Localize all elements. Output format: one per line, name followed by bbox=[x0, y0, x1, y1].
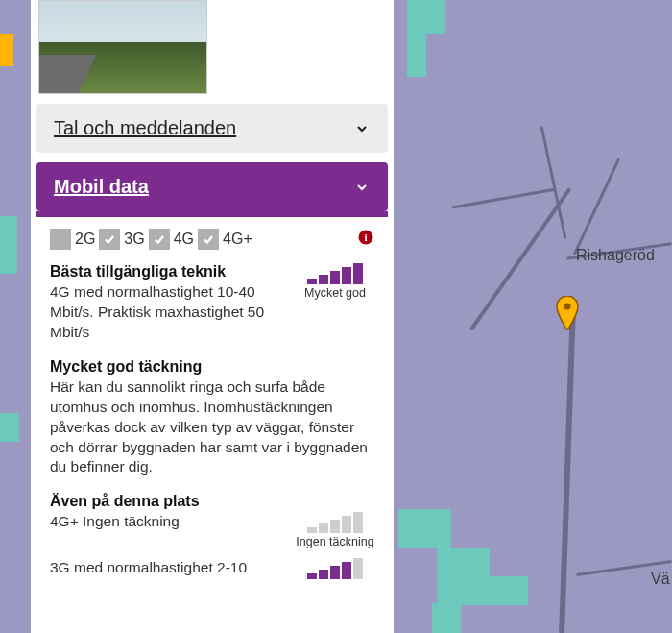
svg-point-0 bbox=[564, 304, 571, 310]
map-tile bbox=[432, 603, 461, 633]
chip-label: 3G bbox=[124, 231, 144, 248]
accordion-mobile-data[interactable]: Mobil data 2G 3G 4G bbox=[36, 162, 388, 581]
map-tile bbox=[407, 34, 426, 77]
map-tile bbox=[0, 413, 19, 442]
chip-label: 4G bbox=[174, 231, 194, 248]
svg-text:i: i bbox=[364, 231, 367, 243]
signal-bars-none: Ingen täckning bbox=[296, 512, 374, 548]
accordion-title: Tal och meddelanden bbox=[54, 117, 236, 139]
technology-filter-row: 2G 3G 4G 4G+ i bbox=[50, 229, 374, 250]
checkbox-checked-icon bbox=[99, 229, 120, 250]
also-line: 4G+ Ingen täckning bbox=[50, 512, 180, 532]
tech-chip-4gplus[interactable]: 4G+ bbox=[198, 229, 252, 250]
map-tile bbox=[437, 548, 490, 605]
map-tile bbox=[398, 509, 451, 548]
street-view-thumbnail[interactable] bbox=[38, 0, 207, 94]
map-road bbox=[559, 307, 576, 633]
chip-label: 4G+ bbox=[223, 231, 252, 248]
signal-label: Ingen täckning bbox=[296, 535, 374, 548]
chip-label: 2G bbox=[75, 231, 95, 248]
coverage-sidebar: Tal och meddelanden Mobil data 2G 3G bbox=[31, 0, 394, 633]
mobile-data-panel: 2G 3G 4G 4G+ i bbox=[36, 211, 388, 581]
signal-label: Mycket god bbox=[296, 286, 374, 300]
checkbox-checked-icon bbox=[198, 229, 219, 250]
section-also-here: Även på denna plats 4G+ Ingen täckning bbox=[50, 493, 374, 581]
tech-chip-2g[interactable]: 2G bbox=[50, 229, 95, 250]
accordion-voice[interactable]: Tal och meddelanden bbox=[36, 104, 388, 153]
info-icon[interactable]: i bbox=[357, 229, 374, 246]
section-best-tech: Bästa tillgängliga teknik 4G med normalh… bbox=[50, 263, 374, 343]
checkbox-empty-icon bbox=[50, 229, 71, 250]
map-label: Vä bbox=[651, 571, 670, 588]
signal-bars-partial bbox=[296, 558, 374, 581]
accordion-title: Mobil data bbox=[54, 176, 149, 198]
map-tile bbox=[407, 0, 445, 34]
section-title: Även på denna plats bbox=[50, 493, 374, 510]
checkbox-checked-icon bbox=[149, 229, 170, 250]
map-tile bbox=[490, 576, 528, 605]
chevron-down-icon bbox=[353, 120, 371, 137]
map-label: Rishageröd bbox=[576, 247, 655, 264]
section-body: 4G med normalhastighet 10-40 Mbit/s. Pra… bbox=[50, 282, 271, 343]
section-title: Bästa tillgängliga teknik bbox=[50, 263, 271, 280]
chevron-down-icon bbox=[353, 179, 371, 196]
signal-bars: Mycket god bbox=[296, 263, 374, 300]
tech-chip-3g[interactable]: 3G bbox=[99, 229, 144, 250]
app-root: Rishageröd Vä Tal och meddelanden Mobil … bbox=[0, 0, 672, 633]
also-line: 3G med normalhastighet 2-10 bbox=[50, 558, 247, 578]
map-pin-icon[interactable] bbox=[555, 296, 580, 330]
section-coverage: Mycket god täckning Här kan du sannolikt… bbox=[50, 358, 374, 478]
map-road bbox=[452, 187, 557, 208]
section-body: Här kan du sannolikt ringa och surfa båd… bbox=[50, 377, 374, 478]
map-tile bbox=[0, 216, 17, 274]
map-road bbox=[573, 158, 620, 256]
tech-chip-4g[interactable]: 4G bbox=[149, 229, 194, 250]
section-title: Mycket god täckning bbox=[50, 358, 374, 376]
map-tile-yellow bbox=[0, 34, 13, 66]
